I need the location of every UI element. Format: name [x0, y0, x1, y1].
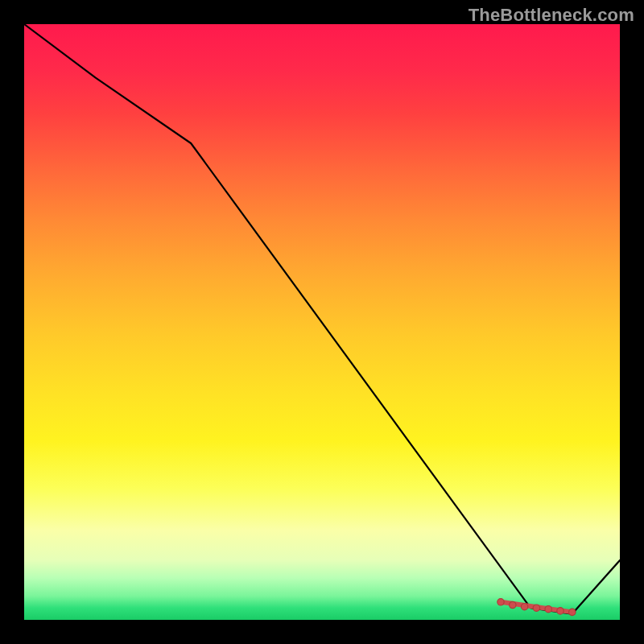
- marker-group: [497, 599, 576, 616]
- marker-dot: [497, 599, 504, 605]
- chart-svg: [24, 24, 620, 620]
- plot-area: [24, 24, 620, 620]
- marker-dot: [557, 608, 564, 614]
- marker-dot: [510, 601, 516, 608]
- marker-dot: [569, 609, 576, 615]
- marker-dot: [533, 605, 539, 611]
- watermark-text: TheBottleneck.com: [469, 5, 634, 26]
- curve-path: [24, 24, 620, 614]
- marker-dot: [521, 604, 527, 610]
- chart-stage: TheBottleneck.com: [0, 0, 644, 644]
- marker-dot: [545, 606, 551, 613]
